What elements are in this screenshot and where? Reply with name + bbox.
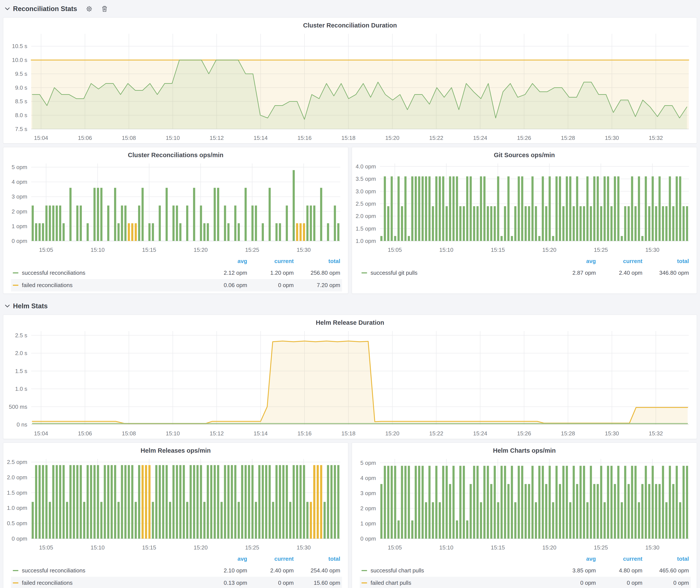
legend-sort-total[interactable]: total	[642, 258, 689, 265]
y-axis-tick-label: 3.5 opm	[356, 176, 376, 182]
legend-sort-avg[interactable]: avg	[549, 258, 596, 265]
legend-sort-total[interactable]: total	[294, 258, 340, 265]
panel-title[interactable]: Helm Release Duration	[3, 315, 697, 328]
success-bar	[521, 466, 523, 539]
success-bar	[196, 465, 198, 539]
trash-icon[interactable]	[101, 5, 108, 12]
legend-sort-total[interactable]: total	[294, 556, 340, 562]
success-bar	[593, 176, 595, 241]
success-bar	[306, 205, 308, 241]
success-bar	[207, 223, 209, 241]
success-bar	[624, 206, 626, 241]
success-bar	[238, 223, 240, 241]
success-bar	[487, 466, 489, 539]
success-bar	[555, 176, 558, 241]
y-axis-tick-label: 1.5 opm	[356, 225, 376, 232]
legend-sort-current[interactable]: current	[247, 556, 294, 562]
legend-sort-current[interactable]: current	[247, 258, 294, 265]
success-bar	[66, 502, 68, 539]
cluster-reconciliation-duration-chart[interactable]: 15:0415:0615:0815:1015:1215:1415:1615:18…	[7, 31, 693, 143]
success-bar	[679, 502, 681, 539]
panel-title[interactable]: Helm Releases ops/min	[3, 443, 348, 456]
success-bar	[603, 176, 606, 241]
helm-charts-chart[interactable]: 15:0515:1015:1515:2015:2515:305 opm4 opm…	[356, 456, 693, 553]
success-bar	[672, 206, 674, 241]
success-bar	[397, 176, 400, 241]
cluster-reconciliations-chart[interactable]: 15:0515:1015:1515:2015:2515:305 opm4 opm…	[7, 160, 345, 255]
panel-title[interactable]: Cluster Reconciliations ops/min	[3, 147, 348, 160]
success-bar	[425, 502, 427, 539]
chevron-down-icon[interactable]	[5, 7, 10, 11]
legend-series-label[interactable]: failed reconciliations	[11, 282, 201, 289]
success-bar	[152, 223, 154, 241]
series-color-dash-icon	[13, 272, 18, 273]
success-bar	[566, 466, 568, 539]
helm-releases-chart[interactable]: 15:0515:1015:1515:2015:2515:302.5 opm2.0…	[7, 456, 345, 553]
git-sources-chart[interactable]: 15:0515:1015:1515:2015:2515:304.0 opm3.5…	[356, 160, 693, 255]
legend-sort-avg[interactable]: avg	[201, 556, 247, 562]
success-bar	[579, 466, 582, 539]
success-bar	[172, 465, 174, 539]
panel-title[interactable]: Git Sources ops/min	[352, 147, 697, 160]
legend-value-current: 0 opm	[596, 580, 642, 586]
success-bar	[490, 206, 492, 241]
legend-sort-avg[interactable]: avg	[201, 258, 247, 265]
success-bar	[234, 465, 236, 539]
success-bar	[579, 206, 582, 241]
success-bar	[456, 176, 458, 241]
success-bar	[275, 465, 277, 539]
section-header-reconciliation-stats[interactable]: Reconciliation Stats	[5, 3, 697, 15]
legend-series-label[interactable]: failed chart pulls	[360, 580, 549, 586]
section-header-helm-stats[interactable]: Helm Stats	[5, 300, 697, 312]
y-axis-tick-label: 2.0 s	[15, 350, 27, 356]
x-axis-tick-label: 15:05	[388, 247, 402, 253]
legend-sort-total[interactable]: total	[642, 556, 689, 562]
legend-series-label[interactable]: successful git pulls	[360, 270, 549, 276]
success-bar	[504, 206, 506, 241]
success-bar	[425, 176, 427, 241]
x-axis-tick-label: 15:32	[649, 430, 663, 437]
success-bar	[176, 465, 178, 539]
success-bar	[59, 205, 61, 241]
series-color-dash-icon	[361, 582, 367, 583]
legend-sort-avg[interactable]: avg	[549, 556, 596, 562]
success-bar	[227, 223, 229, 241]
legend-sort-current[interactable]: current	[596, 258, 642, 265]
legend-series-label[interactable]: failed reconciliations	[11, 580, 201, 586]
panel-title[interactable]: Cluster Reconciliation Duration	[3, 18, 697, 31]
success-bar	[279, 223, 281, 241]
legend-series-label[interactable]: successful reconciliations	[11, 270, 201, 276]
legend-sort-current[interactable]: current	[596, 556, 642, 562]
legend-series-label[interactable]: successful chart pulls	[360, 567, 549, 574]
legend-value-total: 7.20 opm	[294, 282, 340, 289]
legend-value-avg: 2.10 opm	[201, 567, 247, 574]
success-bar	[497, 502, 499, 539]
success-bar	[39, 465, 41, 539]
success-bar	[138, 465, 140, 539]
y-axis-tick-label: 1.5 opm	[7, 489, 27, 496]
success-bar	[124, 205, 126, 241]
legend-series-label[interactable]: successful reconciliations	[11, 567, 201, 574]
x-axis-tick-label: 15:25	[245, 544, 259, 551]
success-bar	[483, 176, 485, 241]
success-bar	[255, 502, 257, 539]
success-bar	[56, 465, 58, 539]
success-bar	[452, 176, 455, 241]
success-bar	[251, 205, 253, 241]
success-bar	[634, 206, 637, 241]
panel-title[interactable]: Helm Charts ops/min	[352, 443, 697, 456]
failed-bar	[313, 465, 315, 539]
success-bar	[32, 205, 34, 241]
success-bar	[624, 466, 626, 539]
success-bar	[682, 466, 685, 539]
success-bar	[511, 466, 513, 539]
success-bar	[679, 176, 681, 241]
settings-gear-icon[interactable]	[86, 5, 93, 12]
success-bar	[404, 466, 406, 539]
legend-value-total: 15.60 opm	[294, 580, 340, 586]
panel-row: Cluster Reconciliations ops/min 15:0515:…	[3, 147, 697, 294]
helm-release-duration-chart[interactable]: 15:0415:0615:0815:1015:1215:1415:1615:18…	[7, 328, 693, 439]
chevron-down-icon[interactable]	[5, 304, 10, 308]
success-bar	[497, 176, 499, 241]
success-bar	[190, 465, 192, 539]
